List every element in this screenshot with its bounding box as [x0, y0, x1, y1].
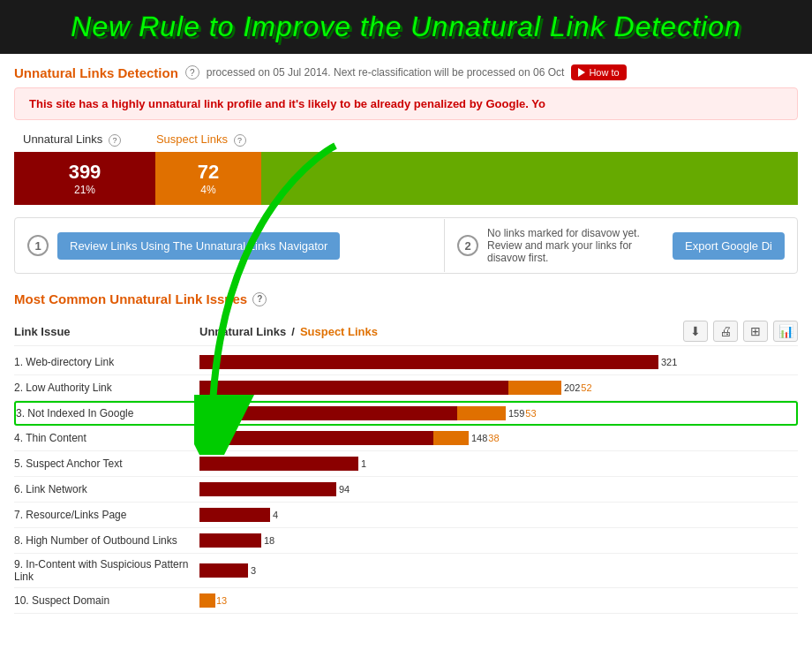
grid-icon-btn[interactable]: ⊞ [743, 321, 768, 342]
suspect-bar-segment [199, 593, 215, 608]
common-title-text: Most Common Unnatural Link Issues [14, 291, 247, 306]
action-step-2: 2 No links marked for disavow yet. Revie… [445, 218, 797, 273]
unnatural-count: 399 [69, 161, 102, 184]
alert-message: This site has a highly unnatural link pr… [29, 97, 545, 110]
stats-section: Unnatural Links ? Suspect Links ? 399 21… [14, 132, 798, 205]
row-label: 7. Resource/Links Page [14, 509, 199, 521]
unnatural-bar-segment [199, 355, 658, 369]
row-label: 9. In-Content with Suspicious Pattern Li… [14, 558, 199, 583]
suspect-bar-segment [433, 431, 469, 445]
bar-red-value: 321 [661, 357, 677, 367]
row-chart-area: 94 [199, 481, 798, 497]
step-1-number: 1 [27, 235, 49, 256]
common-help-icon[interactable]: ? [252, 292, 267, 306]
alert-banner: This site has a highly unnatural link pr… [14, 87, 798, 120]
stats-labels: Unnatural Links ? Suspect Links ? [14, 132, 798, 147]
unnatural-bar-segment [199, 381, 508, 395]
suspect-help-icon[interactable]: ? [234, 134, 246, 147]
col-chart-header: Unnatural Links / Suspect Links [199, 325, 683, 338]
processed-text: processed on 05 Jul 2014. Next re-classi… [207, 66, 565, 79]
col-actions: ⬇ 🖨 ⊞ 📊 [683, 321, 798, 342]
suspect-pct: 4% [200, 184, 215, 196]
section-help-icon[interactable]: ? [185, 65, 199, 79]
table-header-row: Link Issue Unnatural Links / Suspect Lin… [14, 317, 798, 346]
table-row: 4. Thin Content14838 [14, 426, 798, 451]
disavow-text: No links marked for disavow yet. Review … [487, 227, 664, 264]
row-label: 8. High Number of Outbound Links [14, 534, 199, 547]
data-rows-container: 1. Web-directory Link3212. Low Authority… [14, 350, 798, 614]
table-row: 9. In-Content with Suspicious Pattern Li… [14, 554, 798, 588]
col-issue-header: Link Issue [14, 325, 199, 338]
export-icon-btn[interactable]: 📊 [773, 321, 798, 342]
row-label: 5. Suspect Anchor Text [14, 457, 199, 470]
unnatural-help-icon[interactable]: ? [109, 134, 121, 147]
unnatural-bar-segment [199, 431, 433, 445]
row-chart-area: 20252 [199, 380, 798, 396]
row-label: 10. Suspect Domain [14, 594, 199, 607]
row-chart-area: 321 [199, 354, 798, 370]
table-row: 2. Low Authority Link20252 [14, 375, 798, 401]
unnatural-bar-segment [199, 508, 270, 522]
row-label: 4. Thin Content [14, 432, 199, 444]
unnatural-bar-segment [199, 457, 358, 471]
row-label: 6. Link Network [14, 483, 199, 495]
row-chart-area: 18 [199, 533, 798, 548]
col-separator: / [291, 325, 295, 338]
table-row: 1. Web-directory Link321 [14, 350, 798, 375]
howto-button[interactable]: How to [571, 64, 626, 80]
bar-red-value: 3 [251, 565, 256, 576]
bar-red-value: 148 [471, 433, 487, 443]
unnatural-bar-segment [199, 533, 261, 548]
action-step-1: 1 Review Links Using The Unnatural Links… [15, 223, 444, 268]
bar-red-value: 18 [264, 535, 274, 546]
print-icon-btn[interactable]: 🖨 [713, 321, 738, 342]
suspect-bar-segment [457, 406, 506, 420]
common-section-title: Most Common Unnatural Link Issues ? [14, 291, 798, 306]
section-header: Unnatural Links Detection ? processed on… [14, 64, 798, 80]
table-row: 5. Suspect Anchor Text1 [14, 451, 798, 477]
bar-red-value: 159 [508, 408, 524, 419]
main-content: Unnatural Links Detection ? processed on… [0, 54, 812, 624]
row-chart-area: 14838 [199, 430, 798, 446]
stats-bar-container: 399 21% 72 4% [14, 152, 798, 205]
suspect-bar: 72 4% [155, 152, 261, 205]
table-row: 3. Not Indexed In Google15953 [14, 401, 798, 426]
bar-orange-value: 13 [216, 595, 227, 606]
header-banner: New Rule to Improve the Unnatural Link D… [0, 0, 812, 54]
unnatural-bar-segment [199, 563, 248, 578]
unnatural-bar-segment [201, 406, 457, 420]
safe-bar [261, 152, 798, 205]
col-unnatural-header: Unnatural Links [199, 325, 286, 338]
bar-orange-value: 38 [488, 433, 499, 443]
suspect-label: Suspect Links [156, 132, 228, 146]
unnatural-label-group: Unnatural Links ? [23, 132, 121, 147]
bar-orange-value: 53 [525, 408, 536, 419]
row-chart-area: 3 [199, 563, 798, 578]
suspect-bar-segment [508, 381, 561, 395]
review-links-button[interactable]: Review Links Using The Unnatural Links N… [57, 232, 340, 260]
row-chart-area: 4 [199, 507, 798, 523]
row-chart-area: 1 [199, 456, 798, 472]
table-row: 6. Link Network94 [14, 477, 798, 503]
download-icon-btn[interactable]: ⬇ [683, 321, 708, 342]
row-label: 3. Not Indexed In Google [16, 407, 201, 419]
bar-red-value: 202 [564, 382, 580, 393]
section-title: Unnatural Links Detection [14, 65, 178, 80]
bar-red-value: 4 [273, 510, 278, 520]
unnatural-label: Unnatural Links [23, 132, 102, 146]
bar-red-value: 94 [339, 484, 350, 495]
row-label: 2. Low Authority Link [14, 382, 199, 394]
row-label: 1. Web-directory Link [14, 356, 199, 368]
table-row: 8. High Number of Outbound Links18 [14, 528, 798, 554]
play-icon [578, 68, 585, 77]
bar-red-value: 1 [361, 458, 366, 469]
header-title: New Rule to Improve the Unnatural Link D… [14, 11, 798, 43]
col-suspect-header: Suspect Links [300, 325, 378, 338]
export-google-button[interactable]: Export Google Di [673, 232, 785, 260]
action-row: 1 Review Links Using The Unnatural Links… [14, 217, 798, 274]
step-2-number: 2 [457, 235, 478, 256]
row-chart-area: 13 [199, 593, 798, 608]
bar-orange-value: 52 [581, 382, 591, 393]
table-row: 10. Suspect Domain13 [14, 588, 798, 614]
unnatural-bar-segment [199, 482, 336, 496]
